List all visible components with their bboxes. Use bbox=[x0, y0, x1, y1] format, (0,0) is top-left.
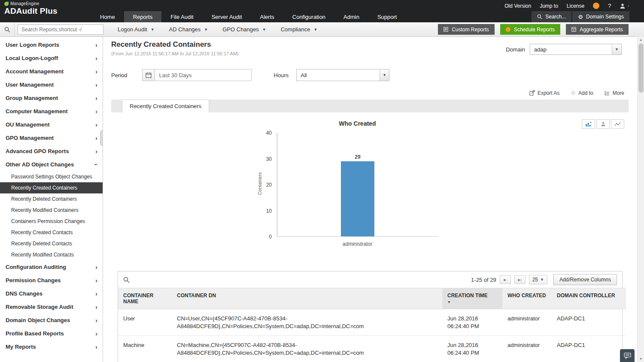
person-icon bbox=[620, 3, 626, 9]
sidebar-item-domain-object-changes[interactable]: Domain Object Changes› bbox=[0, 314, 103, 327]
sidebar-item-password-settings-object-changes[interactable]: Password Settings Object Changes bbox=[0, 171, 103, 182]
cell-who-created: administrator bbox=[502, 336, 552, 362]
sidebar-collapse-handle[interactable] bbox=[100, 130, 103, 146]
nav-item-admin[interactable]: Admin bbox=[334, 11, 368, 22]
sidebar-item-my-reports[interactable]: My Reports› bbox=[0, 340, 103, 353]
chevron-right-icon: › bbox=[95, 94, 97, 102]
add-remove-columns-button[interactable]: Add/Remove Columns bbox=[553, 274, 617, 285]
table-row[interactable]: Machine CN=Machine,CN={45CF907C-A482-470… bbox=[118, 336, 626, 362]
scroll-up-icon[interactable]: ▲ bbox=[638, 36, 644, 43]
aggregate-reports-button[interactable]: Aggregate Reports bbox=[566, 24, 629, 35]
chart-user-summary-button[interactable] bbox=[596, 119, 610, 129]
chevron-down-icon: ▼ bbox=[204, 27, 208, 32]
column-header-container-name[interactable]: CONTAINER NAME bbox=[118, 288, 172, 309]
last-page-icon: ▶| bbox=[518, 278, 522, 282]
column-header-domain-controller[interactable]: DOMAIN CONTROLLER bbox=[552, 288, 626, 309]
chart-type-bar-button[interactable] bbox=[582, 119, 595, 129]
sidebar-item-configuration-auditing[interactable]: Configuration Auditing› bbox=[0, 260, 103, 274]
menu-ad-changes[interactable]: AD Changes▼ bbox=[162, 22, 216, 36]
jump-to-link[interactable]: Jump to bbox=[540, 3, 558, 9]
vertical-scrollbar[interactable]: ▲ ▼ bbox=[637, 36, 644, 362]
sidebar-item-gpo-management[interactable]: GPO Management› bbox=[0, 131, 103, 145]
report-search-input[interactable] bbox=[18, 24, 103, 35]
chevron-down-icon: ▼ bbox=[612, 44, 621, 54]
old-version-link[interactable]: Old Version bbox=[504, 3, 531, 9]
sidebar-item-recently-modified-contacts[interactable]: Recently Modified Contacts bbox=[0, 249, 103, 260]
schedule-reports-button[interactable]: Schedule Reports bbox=[500, 24, 560, 35]
add-to-button[interactable]: ☆ Add to bbox=[571, 90, 593, 96]
clock-icon bbox=[506, 27, 510, 32]
sidebar-item-permission-changes[interactable]: Permission Changes› bbox=[0, 274, 103, 287]
domain-settings-button[interactable]: ⚙ Domain Settings bbox=[572, 11, 629, 22]
sidebar-item-containers-permission-changes[interactable]: Containers Permission Changes bbox=[0, 216, 103, 227]
report-search-button[interactable] bbox=[0, 22, 15, 36]
calendar-icon bbox=[146, 72, 152, 78]
license-link[interactable]: License bbox=[567, 3, 584, 9]
column-header-creation-time[interactable]: CREATION TIME ▼ bbox=[442, 288, 502, 309]
sidebar-item-recently-deleted-containers[interactable]: Recently Deleted Containers bbox=[0, 193, 103, 205]
sidebar-item-dns-changes[interactable]: DNS Changes› bbox=[0, 287, 103, 300]
column-header-container-dn[interactable]: CONTAINER DN bbox=[172, 288, 442, 309]
cell-creation-time: Jun 28,2016 06:24:40 PM bbox=[442, 309, 502, 336]
table-search-button[interactable] bbox=[123, 277, 130, 283]
nav-item-server-audit[interactable]: Server Audit bbox=[203, 11, 251, 22]
sidebar-item-recently-modified-containers[interactable]: Recently Modified Containers bbox=[0, 205, 103, 216]
bar-administrator[interactable]: 29 bbox=[341, 161, 374, 236]
sidebar-item-computer-management[interactable]: Computer Management› bbox=[0, 105, 103, 118]
scrollbar-thumb[interactable] bbox=[638, 43, 644, 93]
column-header-who-created[interactable]: WHO CREATED bbox=[502, 288, 552, 309]
sidebar-item-account-management[interactable]: Account Management› bbox=[0, 65, 103, 78]
chevron-right-icon: › bbox=[95, 41, 97, 48]
export-as-button[interactable]: Export As bbox=[529, 90, 559, 96]
sidebar-item-user-logon-reports[interactable]: User Logon Reports› bbox=[0, 38, 103, 51]
more-button[interactable]: More bbox=[605, 90, 624, 96]
nav-item-support[interactable]: Support bbox=[368, 11, 406, 22]
tab-recently-created-containers[interactable]: Recently Created Containers bbox=[122, 100, 209, 112]
help-icon[interactable]: ? bbox=[608, 3, 611, 9]
user-account-menu[interactable]: ▾ bbox=[620, 3, 629, 9]
bar-value-label: 29 bbox=[341, 154, 374, 160]
sidebar-item-advanced-gpo-reports[interactable]: Advanced GPO Reports› bbox=[0, 145, 103, 158]
report-date-range: (From Jun 12,2016 11:56:17 AM to Jul 12,… bbox=[111, 51, 239, 56]
sidebar-item-other-ad-object-changes[interactable]: Other AD Object Changes› bbox=[0, 158, 103, 171]
page-size-select[interactable]: 25 ▼ bbox=[529, 275, 547, 284]
table-row[interactable]: User CN=User,CN={45CF907C-A482-470B-8534… bbox=[118, 309, 626, 336]
cell-who-created: administrator bbox=[502, 309, 552, 336]
chevron-right-icon: › bbox=[95, 290, 97, 297]
sidebar-item-recently-deleted-contacts[interactable]: Recently Deleted Contacts bbox=[0, 238, 103, 249]
sidebar-item-profile-based-reports[interactable]: Profile Based Reports› bbox=[0, 327, 103, 340]
hours-select[interactable]: All ▼ bbox=[296, 69, 389, 81]
chart-type-line-button[interactable] bbox=[611, 119, 624, 129]
last-page-button[interactable]: ▶| bbox=[514, 275, 526, 284]
period-value[interactable]: Last 30 Days bbox=[155, 69, 252, 81]
chevron-right-icon: › bbox=[95, 134, 97, 142]
nav-item-configuration[interactable]: Configuration bbox=[283, 11, 334, 22]
notification-icon[interactable] bbox=[593, 3, 599, 9]
sidebar-item-group-management[interactable]: Group Management› bbox=[0, 91, 103, 105]
sidebar-item-removable-storage-audit[interactable]: Removable Storage Audit› bbox=[0, 300, 103, 314]
domain-select[interactable]: adap ▼ bbox=[530, 44, 622, 55]
global-search-button[interactable]: Search... bbox=[532, 11, 571, 22]
calendar-button[interactable] bbox=[142, 69, 155, 81]
sidebar-item-recently-created-contacts[interactable]: Recently Created Contacts bbox=[0, 227, 103, 238]
chevron-down-icon: ▼ bbox=[151, 27, 155, 32]
sidebar-item-recently-created-containers[interactable]: Recently Created Containers bbox=[0, 182, 103, 193]
scroll-down-icon[interactable]: ▼ bbox=[638, 356, 644, 362]
next-page-button[interactable]: ▶ bbox=[500, 275, 511, 284]
cell-creation-time: Jun 28,2016 06:24:40 PM bbox=[442, 336, 502, 362]
sidebar-item-user-management[interactable]: User Management› bbox=[0, 78, 103, 91]
reports-sidebar: User Logon Reports› Local Logon-Logoff› … bbox=[0, 37, 103, 362]
nav-item-reports[interactable]: Reports bbox=[124, 11, 162, 22]
sidebar-item-ou-management[interactable]: OU Management› bbox=[0, 118, 103, 131]
nav-item-file-audit[interactable]: File Audit bbox=[161, 11, 202, 22]
gear-icon: ⚙ bbox=[578, 14, 583, 20]
menu-gpo-changes[interactable]: GPO Changes▼ bbox=[215, 22, 273, 36]
sidebar-item-local-logon-logoff[interactable]: Local Logon-Logoff› bbox=[0, 51, 103, 65]
menu-logon-audit[interactable]: Logon Audit▼ bbox=[110, 22, 162, 36]
nav-item-alerts[interactable]: Alerts bbox=[251, 11, 283, 22]
chart-title: Who Created bbox=[277, 120, 438, 127]
menu-compliance[interactable]: Compliance▼ bbox=[273, 22, 325, 36]
custom-reports-button[interactable]: Custom Reports bbox=[438, 24, 495, 35]
support-chat-button[interactable] bbox=[620, 349, 635, 362]
nav-item-home[interactable]: Home bbox=[91, 11, 124, 22]
